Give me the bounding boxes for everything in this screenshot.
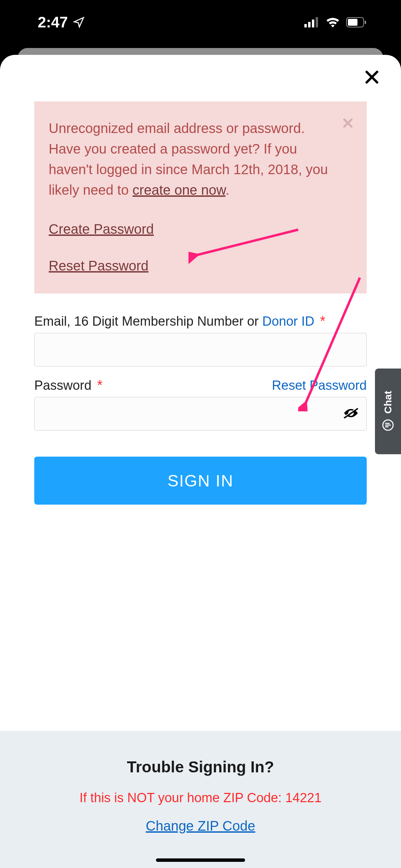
error-alert: Unrecognized email address or password. … — [34, 101, 367, 293]
change-zip-link[interactable]: Change ZIP Code — [146, 818, 255, 833]
close-icon — [364, 69, 380, 85]
chat-tab[interactable]: Chat — [375, 369, 401, 454]
home-indicator[interactable] — [156, 858, 245, 862]
alert-dismiss-button[interactable] — [339, 114, 356, 132]
svg-rect-5 — [348, 19, 357, 26]
clock: 2:47 — [38, 14, 68, 31]
reset-password-inline-link[interactable]: Reset Password — [272, 378, 367, 393]
email-label: Email, 16 Digit Membership Number or Don… — [34, 313, 325, 329]
footer: Trouble Signing In? If this is NOT your … — [0, 731, 401, 868]
cellular-icon — [304, 17, 319, 27]
battery-icon — [346, 17, 367, 27]
create-password-link[interactable]: Create Password — [49, 221, 352, 237]
donor-id-link[interactable]: Donor ID — [262, 314, 314, 328]
email-label-prefix: Email, 16 Digit Membership Number or — [34, 314, 262, 328]
signin-button[interactable]: SIGN IN — [34, 457, 367, 505]
email-input[interactable] — [34, 333, 367, 366]
svg-rect-2 — [312, 20, 314, 27]
email-field-group: Email, 16 Digit Membership Number or Don… — [34, 313, 367, 366]
eye-off-icon — [343, 407, 359, 420]
zip-warning: If this is NOT your home ZIP Code: 14221 — [0, 791, 401, 805]
svg-rect-3 — [316, 17, 318, 27]
password-label: Password * — [34, 377, 102, 393]
status-bar: 2:47 — [0, 0, 401, 45]
create-one-now-link[interactable]: create one now — [133, 182, 226, 197]
required-mark: * — [97, 377, 102, 393]
status-bar-right — [304, 17, 367, 27]
signin-form: Email, 16 Digit Membership Number or Don… — [34, 313, 367, 505]
svg-rect-0 — [304, 24, 307, 27]
reset-password-link[interactable]: Reset Password — [49, 258, 352, 274]
alert-text-suffix: . — [226, 182, 229, 197]
chat-label: Chat — [382, 391, 394, 414]
password-field-group: Password * Reset Password — [34, 377, 367, 431]
wifi-icon — [326, 17, 340, 27]
svg-rect-6 — [365, 21, 366, 24]
location-icon — [73, 16, 85, 28]
chat-icon — [381, 418, 395, 432]
password-label-text: Password — [34, 378, 92, 393]
footer-heading: Trouble Signing In? — [0, 758, 401, 776]
password-input[interactable] — [34, 397, 367, 431]
required-mark: * — [320, 313, 326, 328]
toggle-password-visibility[interactable] — [343, 407, 359, 421]
svg-rect-1 — [308, 22, 311, 27]
close-icon — [342, 117, 354, 129]
signin-modal: Unrecognized email address or password. … — [0, 55, 401, 868]
status-bar-left: 2:47 — [38, 14, 85, 31]
alert-message: Unrecognized email address or password. … — [49, 118, 352, 200]
close-button[interactable] — [360, 65, 384, 89]
